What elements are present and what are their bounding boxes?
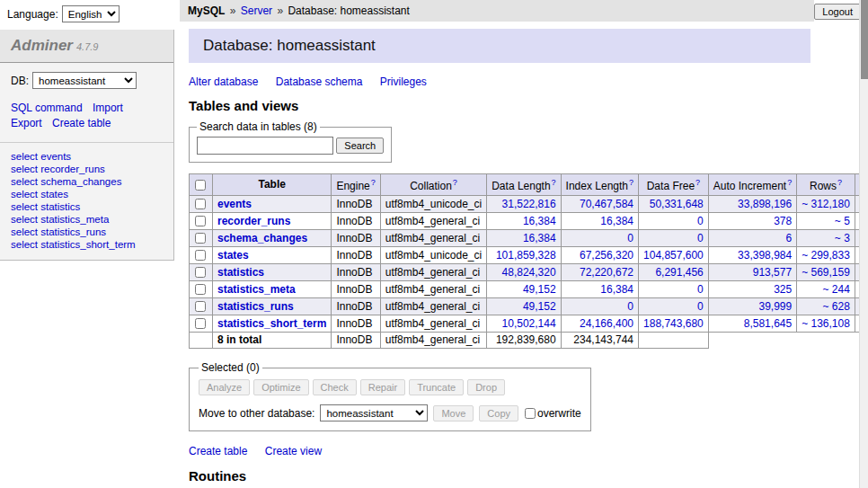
sidebar-action-link[interactable]: Export (11, 117, 42, 129)
table-name-link[interactable]: states (217, 249, 249, 262)
overwrite-label[interactable]: overwrite (524, 407, 581, 420)
create-link[interactable]: Create table (189, 445, 247, 457)
check-button[interactable]: Check (313, 379, 357, 395)
data-length-link[interactable]: 48,824,320 (502, 266, 556, 279)
row-checkbox[interactable] (195, 284, 206, 295)
data-free-link[interactable]: 6,291,456 (655, 266, 703, 279)
select-all-checkbox[interactable] (195, 180, 206, 191)
auto-increment-link[interactable]: 33,398,984 (738, 249, 792, 262)
index-length-link[interactable]: 72,220,672 (580, 266, 633, 279)
data-free-link[interactable]: 50,331,648 (650, 198, 704, 210)
overwrite-checkbox[interactable] (525, 408, 536, 419)
data-free-link[interactable]: 0 (697, 283, 704, 296)
sidebar-action-link[interactable]: Import (93, 102, 123, 114)
data-length-link[interactable]: 10,502,144 (502, 317, 556, 330)
auto-increment-link[interactable]: 325 (774, 283, 792, 296)
data-length-link[interactable]: 16,384 (523, 215, 556, 227)
column-help-link[interactable]: ? (787, 178, 792, 187)
table-name-link[interactable]: statistics_short_term (217, 317, 326, 330)
column-help-link[interactable]: ? (371, 178, 376, 187)
app-version[interactable]: 4.7.9 (76, 41, 98, 52)
table-name-link[interactable]: statistics_runs (217, 300, 294, 313)
sidebar-table-link[interactable]: select statistics_meta (11, 213, 163, 226)
search-input[interactable] (197, 137, 333, 155)
db-nav-link[interactable]: Database schema (276, 75, 363, 88)
row-checkbox[interactable] (195, 318, 206, 329)
repair-button[interactable]: Repair (360, 379, 405, 395)
copy-button[interactable]: Copy (479, 405, 518, 421)
auto-increment-link[interactable]: 39,999 (758, 300, 792, 313)
truncate-button[interactable]: Truncate (409, 379, 464, 395)
auto-increment-link[interactable]: 33,898,196 (738, 198, 792, 210)
breadcrumb-driver-link[interactable]: MySQL (188, 4, 225, 17)
data-free-link[interactable]: 104,857,600 (643, 249, 704, 262)
row-checkbox[interactable] (195, 216, 206, 226)
rows-link[interactable]: ~ 628 (823, 300, 850, 313)
sidebar-table-link[interactable]: select statistics (11, 200, 163, 213)
data-free-link[interactable]: 0 (697, 215, 704, 227)
index-length-link[interactable]: 0 (627, 300, 633, 313)
auto-increment-link[interactable]: 378 (774, 215, 792, 227)
sidebar-table-link[interactable]: select recorder_runs (11, 163, 163, 175)
table-name-link[interactable]: recorder_runs (217, 215, 290, 227)
rows-link[interactable]: ~ 244 (823, 283, 850, 296)
data-length-link[interactable]: 49,152 (523, 300, 556, 313)
row-checkbox[interactable] (195, 199, 206, 209)
index-length-link[interactable]: 24,166,400 (580, 317, 633, 330)
data-free-link[interactable]: 188,743,680 (643, 317, 704, 330)
auto-increment-link[interactable]: 913,577 (753, 266, 792, 279)
row-checkbox[interactable] (195, 233, 206, 244)
create-link[interactable]: Create view (265, 445, 322, 457)
column-help-link[interactable]: ? (552, 178, 556, 187)
index-length-link[interactable]: 67,256,320 (580, 249, 633, 262)
table-name-link[interactable]: statistics (217, 266, 264, 279)
table-name-link[interactable]: events (217, 198, 252, 210)
sidebar-table-link[interactable]: select statistics_runs (11, 226, 163, 238)
scrollbar-thumb[interactable] (861, 0, 868, 79)
auto-increment-link[interactable]: 8,581,645 (744, 317, 792, 330)
move-database-select[interactable]: homeassistant (320, 404, 428, 421)
db-nav-link[interactable]: Privileges (380, 75, 427, 88)
index-length-link[interactable]: 70,467,584 (580, 198, 633, 210)
data-length-link[interactable]: 49,152 (523, 283, 556, 296)
data-free-link[interactable]: 0 (697, 232, 704, 244)
move-button[interactable]: Move (433, 405, 474, 421)
table-name-link[interactable]: statistics_meta (217, 283, 296, 296)
search-button[interactable]: Search (336, 138, 384, 154)
row-checkbox[interactable] (195, 267, 206, 278)
sidebar-table-link[interactable]: select statistics_short_term (11, 238, 163, 251)
app-name-link[interactable]: Adminer (11, 37, 73, 54)
analyze-button[interactable]: Analyze (199, 379, 250, 395)
row-checkbox[interactable] (195, 250, 206, 261)
rows-link[interactable]: ~ 5 (835, 215, 850, 227)
rows-link[interactable]: ~ 569,159 (802, 266, 850, 279)
drop-button[interactable]: Drop (467, 379, 505, 395)
index-length-link[interactable]: 0 (627, 232, 633, 244)
column-help-link[interactable]: ? (837, 178, 842, 187)
sidebar-action-link[interactable]: Create table (52, 117, 111, 129)
optimize-button[interactable]: Optimize (253, 379, 308, 395)
table-name-link[interactable]: schema_changes (217, 232, 307, 244)
db-nav-link[interactable]: Alter database (189, 75, 258, 88)
sidebar-action-link[interactable]: SQL command (11, 102, 83, 114)
index-length-link[interactable]: 16,384 (600, 215, 633, 227)
row-checkbox[interactable] (195, 301, 206, 312)
scrollbar[interactable] (859, 0, 868, 488)
data-length-link[interactable]: 31,522,816 (502, 198, 556, 210)
data-free-link[interactable]: 0 (697, 300, 704, 313)
sidebar-table-link[interactable]: select states (11, 188, 163, 200)
rows-link[interactable]: ~ 136,108 (802, 317, 850, 330)
column-help-link[interactable]: ? (453, 178, 457, 187)
sidebar-table-link[interactable]: select events (11, 150, 163, 163)
auto-increment-link[interactable]: 6 (785, 232, 792, 244)
breadcrumb-server-link[interactable]: Server (241, 4, 272, 17)
language-select[interactable]: English (62, 5, 120, 22)
sidebar-table-link[interactable]: select schema_changes (11, 175, 163, 188)
column-help-link[interactable]: ? (695, 178, 700, 187)
logout-button[interactable]: Logout (814, 4, 861, 20)
data-length-link[interactable]: 101,859,328 (496, 249, 556, 262)
rows-link[interactable]: ~ 299,833 (802, 249, 850, 262)
rows-link[interactable]: ~ 312,180 (802, 198, 850, 210)
index-length-link[interactable]: 16,384 (600, 283, 633, 296)
column-help-link[interactable]: ? (629, 178, 633, 187)
